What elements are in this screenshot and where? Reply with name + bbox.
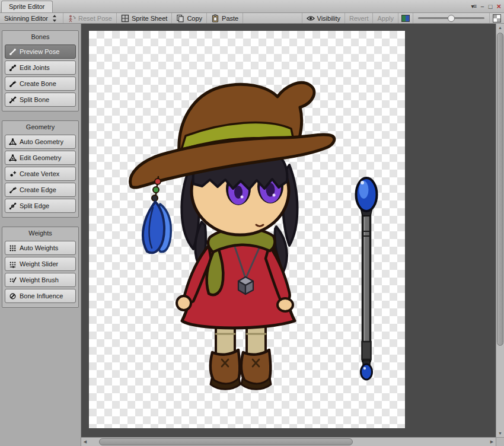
editor-canvas[interactable] [81,24,496,437]
sprite-canvas[interactable] [89,31,405,428]
weight-slider-icon [9,260,17,268]
horizontal-scrollbar-thumb[interactable] [99,438,353,445]
window-tab-title: Sprite Editor [9,3,45,10]
bone-influence-icon [9,292,17,300]
tool-label: Edit Geometry [20,154,61,161]
minimize-button[interactable]: − [480,0,484,13]
auto-geometry-button[interactable]: Auto Geometry [5,135,76,149]
revert-button[interactable]: Revert [344,13,372,23]
create-edge-button[interactable]: Create Edge [5,183,76,197]
zoom-slider[interactable] [413,13,489,23]
vertical-scrollbar[interactable]: ▲ ▼ [496,24,504,437]
create-bone-icon [9,80,17,88]
tool-label: Create Bone [20,80,56,87]
paste-icon [211,14,219,23]
toolbar: Skinning Editor Reset Pose Sprite Sheet … [0,13,504,24]
sprite-sheet-icon [121,14,129,23]
tool-label: Split Edge [20,202,49,209]
create-edge-icon [9,186,17,194]
bone-influence-button[interactable]: Bone Influence [5,289,76,303]
tool-label: Weight Brush [20,276,59,283]
tool-label: Auto Geometry [20,138,63,145]
toolbar-right-group: Visibility Revert Apply [302,13,504,23]
split-bone-button[interactable]: Split Bone [5,93,76,107]
reset-pose-icon [68,14,76,23]
create-bone-button[interactable]: Create Bone [5,77,76,91]
window-menu-icon[interactable]: ▾≡ [471,0,476,13]
preview-pose-button[interactable]: Preview Pose [5,44,76,59]
weight-brush-button[interactable]: Weight Brush [5,273,76,287]
create-vertex-icon [9,170,17,178]
sprite-artwork [89,31,405,428]
alpha-toggle[interactable] [489,13,504,23]
tool-label: Edit Joints [20,64,50,71]
edit-joints-icon [9,64,17,72]
staff-sprite [356,178,377,380]
vertical-scrollbar-thumb[interactable] [497,33,503,346]
window-controls: ▾≡ − □ × [471,0,501,13]
visibility-button[interactable]: Visibility [302,13,345,23]
geometry-panel: Geometry Auto Geometry Edit Geometry Cre… [2,120,79,218]
tool-label: Weight Slider [20,260,58,267]
auto-geometry-icon [9,138,17,146]
edit-geometry-icon [9,154,17,162]
split-edge-button[interactable]: Split Edge [5,199,76,213]
paste-button[interactable]: Paste [207,13,243,23]
split-edge-icon [9,202,17,210]
eye-icon [307,14,315,23]
edit-geometry-button[interactable]: Edit Geometry [5,151,76,165]
titlebar: Sprite Editor ▾≡ − □ × [0,0,504,13]
panel-title-weights: Weights [4,228,76,239]
character-sprite [130,82,334,389]
skinning-editor-dropdown[interactable]: Skinning Editor [0,13,63,23]
panel-title-bones: Bones [4,32,76,43]
scrollbar-corner [496,437,504,446]
copy-button[interactable]: Copy [172,13,207,23]
auto-weights-button[interactable]: Auto Weights [5,241,76,255]
edit-joints-button[interactable]: Edit Joints [5,60,76,75]
weight-slider-button[interactable]: Weight Slider [5,257,76,271]
horizontal-scrollbar[interactable]: ◀ ▶ [81,437,496,446]
apply-button[interactable]: Apply [372,13,398,23]
auto-weights-icon [9,244,17,252]
reset-pose-button[interactable]: Reset Pose [63,13,117,23]
weights-panel: Weights Auto Weights Weight Slider [2,227,79,308]
rgb-swatch-icon [401,14,410,23]
skinning-sidebar: Bones Preview Pose Edit Joints Create Bo… [0,24,81,446]
copy-icon [176,14,184,23]
scroll-down-arrow-icon[interactable]: ▼ [496,429,504,437]
split-bone-icon [9,96,17,104]
preview-pose-icon [9,48,17,56]
create-vertex-button[interactable]: Create Vertex [5,167,76,181]
weight-brush-icon [9,276,17,284]
alpha-checker-icon [493,14,501,23]
zoom-slider-handle[interactable] [448,15,455,22]
panel-title-geometry: Geometry [4,122,76,133]
scroll-up-arrow-icon[interactable]: ▲ [496,24,504,31]
bones-panel: Bones Preview Pose Edit Joints Create Bo… [2,30,79,112]
tool-label: Split Bone [20,96,49,103]
tool-label: Preview Pose [20,48,59,55]
tool-label: Create Vertex [20,170,59,177]
zoom-slider-track[interactable] [418,17,484,19]
scroll-left-arrow-icon[interactable]: ◀ [81,438,89,446]
tool-label: Create Edge [20,186,56,193]
sprite-sheet-button[interactable]: Sprite Sheet [117,13,173,23]
close-button[interactable]: × [496,0,501,13]
tool-label: Bone Influence [20,292,63,300]
scroll-right-arrow-icon[interactable]: ▶ [488,438,496,446]
maximize-button[interactable]: □ [489,0,493,13]
updown-arrows-icon [50,14,59,23]
window-tab[interactable]: Sprite Editor [1,1,53,12]
rgb-swatch-toggle[interactable] [398,13,413,23]
tool-label: Auto Weights [20,244,58,251]
